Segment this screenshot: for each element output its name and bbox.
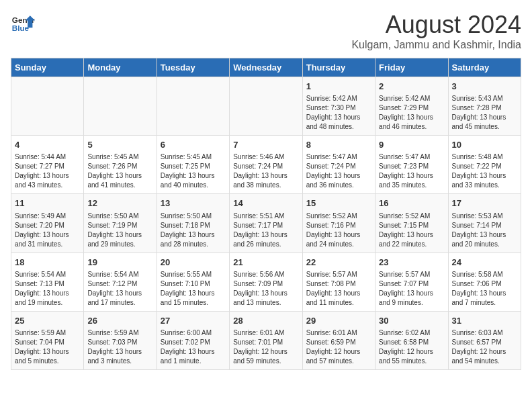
calendar-cell: 22Sunrise: 5:57 AM Sunset: 7:08 PM Dayli… xyxy=(302,253,375,311)
calendar-cell: 15Sunrise: 5:52 AM Sunset: 7:16 PM Dayli… xyxy=(302,194,375,253)
day-info: Sunrise: 5:51 AM Sunset: 7:17 PM Dayligh… xyxy=(233,212,298,249)
day-info: Sunrise: 6:01 AM Sunset: 7:01 PM Dayligh… xyxy=(233,328,298,366)
day-number: 29 xyxy=(306,315,371,327)
day-info: Sunrise: 5:59 AM Sunset: 7:04 PM Dayligh… xyxy=(15,328,80,366)
day-number: 19 xyxy=(87,257,152,269)
day-info: Sunrise: 5:42 AM Sunset: 7:29 PM Dayligh… xyxy=(379,94,444,132)
calendar-cell: 31Sunrise: 6:03 AM Sunset: 6:57 PM Dayli… xyxy=(448,311,521,369)
day-number: 25 xyxy=(15,315,80,327)
week-row-4: 18Sunrise: 5:54 AM Sunset: 7:13 PM Dayli… xyxy=(11,253,521,311)
calendar-cell: 18Sunrise: 5:54 AM Sunset: 7:13 PM Dayli… xyxy=(11,253,84,311)
day-info: Sunrise: 5:56 AM Sunset: 7:09 PM Dayligh… xyxy=(233,270,298,308)
day-info: Sunrise: 5:45 AM Sunset: 7:26 PM Dayligh… xyxy=(87,152,152,190)
day-number: 27 xyxy=(161,315,226,327)
day-info: Sunrise: 5:43 AM Sunset: 7:28 PM Dayligh… xyxy=(452,94,517,132)
day-number: 16 xyxy=(379,197,444,210)
day-number: 18 xyxy=(15,257,80,269)
day-info: Sunrise: 6:00 AM Sunset: 7:02 PM Dayligh… xyxy=(161,328,226,366)
calendar-cell xyxy=(84,77,157,136)
day-number: 17 xyxy=(452,197,517,210)
day-info: Sunrise: 5:46 AM Sunset: 7:24 PM Dayligh… xyxy=(233,152,298,190)
calendar-cell: 5Sunrise: 5:45 AM Sunset: 7:26 PM Daylig… xyxy=(84,136,157,194)
calendar-cell: 4Sunrise: 5:44 AM Sunset: 7:27 PM Daylig… xyxy=(11,136,84,194)
day-info: Sunrise: 6:02 AM Sunset: 6:58 PM Dayligh… xyxy=(379,328,444,366)
day-number: 9 xyxy=(379,139,444,151)
calendar-cell: 25Sunrise: 5:59 AM Sunset: 7:04 PM Dayli… xyxy=(11,311,84,369)
header-day-saturday: Saturday xyxy=(448,58,521,77)
calendar-cell: 24Sunrise: 5:58 AM Sunset: 7:06 PM Dayli… xyxy=(448,253,521,311)
week-row-3: 11Sunrise: 5:49 AM Sunset: 7:20 PM Dayli… xyxy=(11,194,521,253)
day-info: Sunrise: 5:48 AM Sunset: 7:22 PM Dayligh… xyxy=(452,152,517,190)
day-number: 10 xyxy=(452,139,517,151)
calendar-cell: 9Sunrise: 5:47 AM Sunset: 7:23 PM Daylig… xyxy=(375,136,448,194)
day-info: Sunrise: 5:49 AM Sunset: 7:20 PM Dayligh… xyxy=(15,212,80,249)
day-info: Sunrise: 5:55 AM Sunset: 7:10 PM Dayligh… xyxy=(161,270,226,308)
day-number: 11 xyxy=(15,197,80,210)
calendar-cell: 13Sunrise: 5:50 AM Sunset: 7:18 PM Dayli… xyxy=(157,194,229,253)
day-info: Sunrise: 5:54 AM Sunset: 7:13 PM Dayligh… xyxy=(15,270,80,308)
day-number: 3 xyxy=(452,81,517,93)
week-row-5: 25Sunrise: 5:59 AM Sunset: 7:04 PM Dayli… xyxy=(11,311,521,369)
calendar-cell: 21Sunrise: 5:56 AM Sunset: 7:09 PM Dayli… xyxy=(230,253,302,311)
main-title: August 2024 xyxy=(351,11,521,39)
page-header: General Blue August 2024 Kulgam, Jammu a… xyxy=(11,11,521,51)
calendar-cell xyxy=(11,77,84,136)
calendar-cell: 6Sunrise: 5:45 AM Sunset: 7:25 PM Daylig… xyxy=(157,136,229,194)
calendar-cell: 26Sunrise: 5:59 AM Sunset: 7:03 PM Dayli… xyxy=(84,311,157,369)
day-info: Sunrise: 5:52 AM Sunset: 7:15 PM Dayligh… xyxy=(379,212,444,249)
calendar-cell xyxy=(230,77,302,136)
day-info: Sunrise: 5:45 AM Sunset: 7:25 PM Dayligh… xyxy=(161,152,226,190)
day-info: Sunrise: 5:59 AM Sunset: 7:03 PM Dayligh… xyxy=(87,328,152,366)
calendar-body: 1Sunrise: 5:42 AM Sunset: 7:30 PM Daylig… xyxy=(11,77,521,370)
day-number: 12 xyxy=(87,197,152,210)
day-number: 1 xyxy=(306,81,371,93)
day-number: 22 xyxy=(306,257,371,269)
calendar-cell: 16Sunrise: 5:52 AM Sunset: 7:15 PM Dayli… xyxy=(375,194,448,253)
calendar-cell: 28Sunrise: 6:01 AM Sunset: 7:01 PM Dayli… xyxy=(230,311,302,369)
week-row-1: 1Sunrise: 5:42 AM Sunset: 7:30 PM Daylig… xyxy=(11,77,521,136)
calendar-header: SundayMondayTuesdayWednesdayThursdayFrid… xyxy=(11,58,521,77)
day-number: 2 xyxy=(379,81,444,93)
day-number: 21 xyxy=(233,257,298,269)
subtitle: Kulgam, Jammu and Kashmir, India xyxy=(351,39,521,51)
week-row-2: 4Sunrise: 5:44 AM Sunset: 7:27 PM Daylig… xyxy=(11,136,521,194)
day-info: Sunrise: 5:53 AM Sunset: 7:14 PM Dayligh… xyxy=(452,212,517,249)
day-number: 20 xyxy=(161,257,226,269)
day-number: 5 xyxy=(87,139,152,151)
calendar-cell: 17Sunrise: 5:53 AM Sunset: 7:14 PM Dayli… xyxy=(448,194,521,253)
header-day-sunday: Sunday xyxy=(11,58,84,77)
day-number: 24 xyxy=(452,257,517,269)
title-block: August 2024 Kulgam, Jammu and Kashmir, I… xyxy=(351,11,521,51)
calendar-cell: 19Sunrise: 5:54 AM Sunset: 7:12 PM Dayli… xyxy=(84,253,157,311)
logo-icon: General Blue xyxy=(11,11,35,35)
calendar-cell: 3Sunrise: 5:43 AM Sunset: 7:28 PM Daylig… xyxy=(448,77,521,136)
day-info: Sunrise: 5:52 AM Sunset: 7:16 PM Dayligh… xyxy=(306,212,371,249)
day-number: 13 xyxy=(161,197,226,210)
svg-text:Blue: Blue xyxy=(12,24,30,32)
header-day-wednesday: Wednesday xyxy=(230,58,302,77)
day-info: Sunrise: 5:57 AM Sunset: 7:08 PM Dayligh… xyxy=(306,270,371,308)
calendar-cell: 14Sunrise: 5:51 AM Sunset: 7:17 PM Dayli… xyxy=(230,194,302,253)
day-number: 30 xyxy=(379,315,444,327)
day-number: 23 xyxy=(379,257,444,269)
day-info: Sunrise: 5:47 AM Sunset: 7:23 PM Dayligh… xyxy=(379,152,444,190)
calendar-cell xyxy=(157,77,229,136)
calendar-cell: 10Sunrise: 5:48 AM Sunset: 7:22 PM Dayli… xyxy=(448,136,521,194)
calendar-cell: 11Sunrise: 5:49 AM Sunset: 7:20 PM Dayli… xyxy=(11,194,84,253)
day-number: 8 xyxy=(306,139,371,151)
calendar-cell: 29Sunrise: 6:01 AM Sunset: 6:59 PM Dayli… xyxy=(302,311,375,369)
day-info: Sunrise: 5:58 AM Sunset: 7:06 PM Dayligh… xyxy=(452,270,517,308)
day-info: Sunrise: 5:42 AM Sunset: 7:30 PM Dayligh… xyxy=(306,94,371,132)
day-number: 28 xyxy=(233,315,298,327)
day-number: 6 xyxy=(161,139,226,151)
header-day-thursday: Thursday xyxy=(302,58,375,77)
day-info: Sunrise: 5:50 AM Sunset: 7:19 PM Dayligh… xyxy=(87,212,152,249)
day-number: 7 xyxy=(233,139,298,151)
day-number: 31 xyxy=(452,315,517,327)
calendar-cell: 1Sunrise: 5:42 AM Sunset: 7:30 PM Daylig… xyxy=(302,77,375,136)
day-number: 26 xyxy=(87,315,152,327)
calendar-cell: 27Sunrise: 6:00 AM Sunset: 7:02 PM Dayli… xyxy=(157,311,229,369)
day-info: Sunrise: 6:01 AM Sunset: 6:59 PM Dayligh… xyxy=(306,328,371,366)
day-info: Sunrise: 5:54 AM Sunset: 7:12 PM Dayligh… xyxy=(87,270,152,308)
day-number: 15 xyxy=(306,197,371,210)
